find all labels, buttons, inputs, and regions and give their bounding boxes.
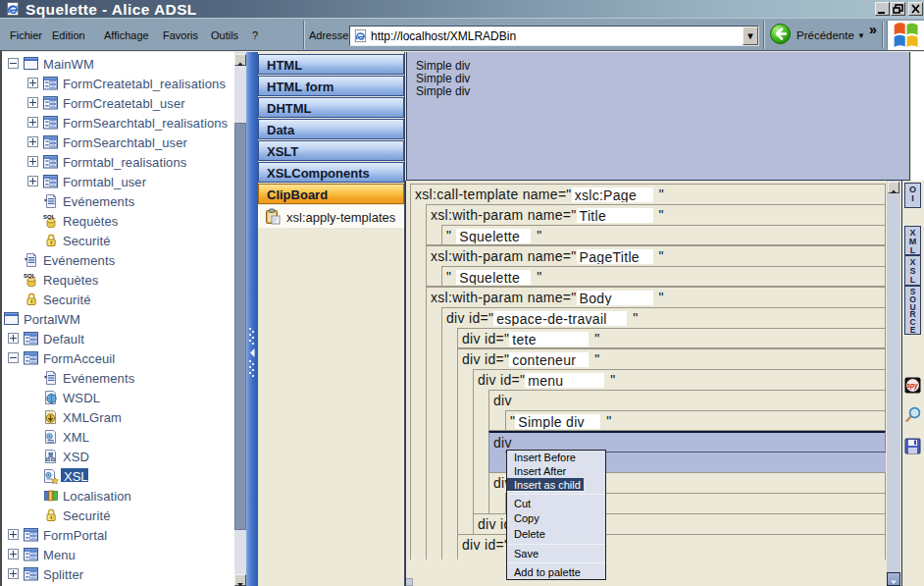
svg-text:spy: spy bbox=[907, 382, 919, 390]
